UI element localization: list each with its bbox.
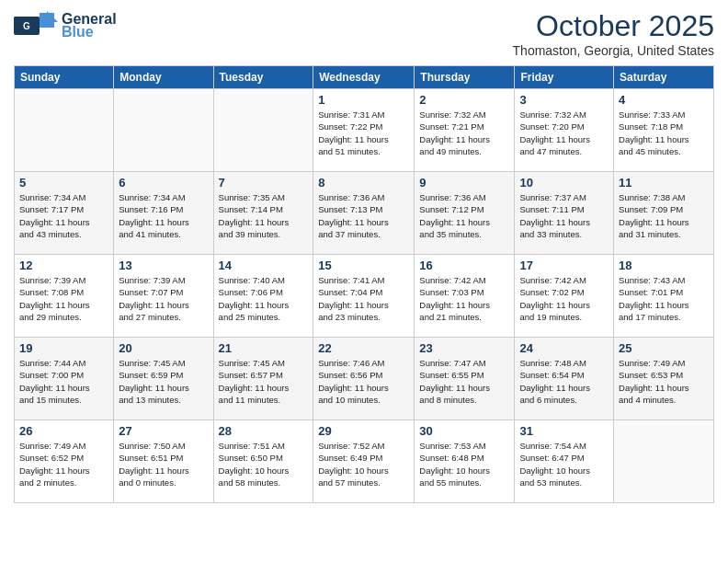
day-info: Sunrise: 7:45 AM Sunset: 6:57 PM Dayligh… xyxy=(219,357,309,406)
day-number: 18 xyxy=(619,259,709,272)
month-title: October 2025 xyxy=(513,9,714,43)
day-number: 4 xyxy=(619,93,709,107)
calendar-cell: 15Sunrise: 7:41 AM Sunset: 7:04 PM Dayli… xyxy=(313,255,415,338)
day-info: Sunrise: 7:36 AM Sunset: 7:13 PM Dayligh… xyxy=(318,191,409,240)
calendar-table: SundayMondayTuesdayWednesdayThursdayFrid… xyxy=(14,65,714,503)
day-info: Sunrise: 7:52 AM Sunset: 6:49 PM Dayligh… xyxy=(318,440,409,488)
calendar-cell xyxy=(614,420,714,503)
calendar-week-row: 12Sunrise: 7:39 AM Sunset: 7:08 PM Dayli… xyxy=(15,255,714,338)
day-number: 16 xyxy=(419,259,509,272)
day-number: 30 xyxy=(419,424,509,438)
day-number: 23 xyxy=(419,341,509,355)
day-info: Sunrise: 7:46 AM Sunset: 6:56 PM Dayligh… xyxy=(318,357,409,406)
day-info: Sunrise: 7:42 AM Sunset: 7:02 PM Dayligh… xyxy=(519,274,609,323)
calendar-cell: 13Sunrise: 7:39 AM Sunset: 7:07 PM Dayli… xyxy=(114,255,213,338)
day-number: 29 xyxy=(318,424,409,438)
weekday-header: Wednesday xyxy=(313,66,415,89)
weekday-header: Saturday xyxy=(614,66,714,89)
day-number: 14 xyxy=(219,259,309,272)
day-number: 8 xyxy=(318,176,409,190)
calendar-cell: 14Sunrise: 7:40 AM Sunset: 7:06 PM Dayli… xyxy=(213,255,313,338)
day-info: Sunrise: 7:49 AM Sunset: 6:53 PM Dayligh… xyxy=(619,357,709,406)
calendar-cell: 23Sunrise: 7:47 AM Sunset: 6:55 PM Dayli… xyxy=(415,338,515,420)
calendar-cell: 26Sunrise: 7:49 AM Sunset: 6:52 PM Dayli… xyxy=(15,420,114,503)
calendar-week-row: 19Sunrise: 7:44 AM Sunset: 7:00 PM Dayli… xyxy=(15,338,714,420)
day-number: 5 xyxy=(19,176,108,190)
day-number: 24 xyxy=(519,341,609,355)
day-info: Sunrise: 7:54 AM Sunset: 6:47 PM Dayligh… xyxy=(519,440,609,488)
day-info: Sunrise: 7:32 AM Sunset: 7:20 PM Dayligh… xyxy=(519,109,609,157)
calendar-cell: 20Sunrise: 7:45 AM Sunset: 6:59 PM Dayli… xyxy=(114,338,213,420)
calendar-cell: 18Sunrise: 7:43 AM Sunset: 7:01 PM Dayli… xyxy=(614,255,714,338)
day-info: Sunrise: 7:50 AM Sunset: 6:51 PM Dayligh… xyxy=(119,440,208,488)
weekday-header-row: SundayMondayTuesdayWednesdayThursdayFrid… xyxy=(15,66,714,89)
day-number: 13 xyxy=(119,259,208,272)
day-number: 1 xyxy=(318,93,409,107)
calendar-cell: 11Sunrise: 7:38 AM Sunset: 7:09 PM Dayli… xyxy=(614,172,714,255)
day-number: 27 xyxy=(119,424,208,438)
calendar-cell: 12Sunrise: 7:39 AM Sunset: 7:08 PM Dayli… xyxy=(15,255,114,338)
calendar-cell: 7Sunrise: 7:35 AM Sunset: 7:14 PM Daylig… xyxy=(213,172,313,255)
calendar-cell: 9Sunrise: 7:36 AM Sunset: 7:12 PM Daylig… xyxy=(415,172,515,255)
weekday-header: Tuesday xyxy=(213,66,313,89)
day-number: 2 xyxy=(419,93,509,107)
day-number: 12 xyxy=(19,259,108,272)
day-info: Sunrise: 7:42 AM Sunset: 7:03 PM Dayligh… xyxy=(419,274,509,323)
svg-text:G: G xyxy=(23,21,30,31)
day-number: 10 xyxy=(519,176,609,190)
day-number: 9 xyxy=(419,176,509,190)
calendar-cell: 4Sunrise: 7:33 AM Sunset: 7:18 PM Daylig… xyxy=(614,89,714,172)
day-info: Sunrise: 7:49 AM Sunset: 6:52 PM Dayligh… xyxy=(19,440,108,488)
day-info: Sunrise: 7:34 AM Sunset: 7:17 PM Dayligh… xyxy=(19,191,108,240)
day-number: 22 xyxy=(318,341,409,355)
calendar-cell: 22Sunrise: 7:46 AM Sunset: 6:56 PM Dayli… xyxy=(313,338,415,420)
day-info: Sunrise: 7:39 AM Sunset: 7:08 PM Dayligh… xyxy=(19,274,108,323)
day-info: Sunrise: 7:53 AM Sunset: 6:48 PM Dayligh… xyxy=(419,440,509,488)
day-number: 7 xyxy=(219,176,309,190)
calendar-cell: 27Sunrise: 7:50 AM Sunset: 6:51 PM Dayli… xyxy=(114,420,213,503)
day-number: 25 xyxy=(619,341,709,355)
day-info: Sunrise: 7:33 AM Sunset: 7:18 PM Dayligh… xyxy=(619,109,709,157)
day-number: 17 xyxy=(519,259,609,272)
calendar-cell xyxy=(15,89,114,172)
day-info: Sunrise: 7:43 AM Sunset: 7:01 PM Dayligh… xyxy=(619,274,709,323)
calendar-cell: 16Sunrise: 7:42 AM Sunset: 7:03 PM Dayli… xyxy=(415,255,515,338)
calendar-week-row: 1Sunrise: 7:31 AM Sunset: 7:22 PM Daylig… xyxy=(15,89,714,172)
day-info: Sunrise: 7:34 AM Sunset: 7:16 PM Dayligh… xyxy=(119,191,208,240)
day-number: 31 xyxy=(519,424,609,438)
calendar-cell: 10Sunrise: 7:37 AM Sunset: 7:11 PM Dayli… xyxy=(515,172,614,255)
logo-icon: G xyxy=(14,9,58,42)
day-number: 26 xyxy=(19,424,108,438)
location-title: Thomaston, Georgia, United States xyxy=(513,43,714,58)
day-info: Sunrise: 7:31 AM Sunset: 7:22 PM Dayligh… xyxy=(318,109,409,157)
calendar-cell: 25Sunrise: 7:49 AM Sunset: 6:53 PM Dayli… xyxy=(614,338,714,420)
calendar-cell: 8Sunrise: 7:36 AM Sunset: 7:13 PM Daylig… xyxy=(313,172,415,255)
day-number: 19 xyxy=(19,341,108,355)
day-info: Sunrise: 7:47 AM Sunset: 6:55 PM Dayligh… xyxy=(419,357,509,406)
day-number: 6 xyxy=(119,176,208,190)
calendar-cell xyxy=(114,89,213,172)
day-info: Sunrise: 7:39 AM Sunset: 7:07 PM Dayligh… xyxy=(119,274,208,323)
day-info: Sunrise: 7:51 AM Sunset: 6:50 PM Dayligh… xyxy=(219,440,309,488)
calendar-cell: 1Sunrise: 7:31 AM Sunset: 7:22 PM Daylig… xyxy=(313,89,415,172)
calendar-cell: 21Sunrise: 7:45 AM Sunset: 6:57 PM Dayli… xyxy=(213,338,313,420)
calendar-cell: 17Sunrise: 7:42 AM Sunset: 7:02 PM Dayli… xyxy=(515,255,614,338)
calendar-cell: 29Sunrise: 7:52 AM Sunset: 6:49 PM Dayli… xyxy=(313,420,415,503)
weekday-header: Monday xyxy=(114,66,213,89)
day-number: 28 xyxy=(219,424,309,438)
calendar-week-row: 26Sunrise: 7:49 AM Sunset: 6:52 PM Dayli… xyxy=(15,420,714,503)
calendar-cell: 31Sunrise: 7:54 AM Sunset: 6:47 PM Dayli… xyxy=(515,420,614,503)
day-number: 11 xyxy=(619,176,709,190)
calendar-cell: 5Sunrise: 7:34 AM Sunset: 7:17 PM Daylig… xyxy=(15,172,114,255)
day-number: 20 xyxy=(119,341,208,355)
day-info: Sunrise: 7:38 AM Sunset: 7:09 PM Dayligh… xyxy=(619,191,709,240)
day-info: Sunrise: 7:40 AM Sunset: 7:06 PM Dayligh… xyxy=(219,274,309,323)
day-number: 15 xyxy=(318,259,409,272)
day-info: Sunrise: 7:35 AM Sunset: 7:14 PM Dayligh… xyxy=(219,191,309,240)
day-info: Sunrise: 7:41 AM Sunset: 7:04 PM Dayligh… xyxy=(318,274,409,323)
day-number: 3 xyxy=(519,93,609,107)
calendar-cell: 28Sunrise: 7:51 AM Sunset: 6:50 PM Dayli… xyxy=(213,420,313,503)
day-info: Sunrise: 7:32 AM Sunset: 7:21 PM Dayligh… xyxy=(419,109,509,157)
calendar-cell: 6Sunrise: 7:34 AM Sunset: 7:16 PM Daylig… xyxy=(114,172,213,255)
weekday-header: Sunday xyxy=(15,66,114,89)
